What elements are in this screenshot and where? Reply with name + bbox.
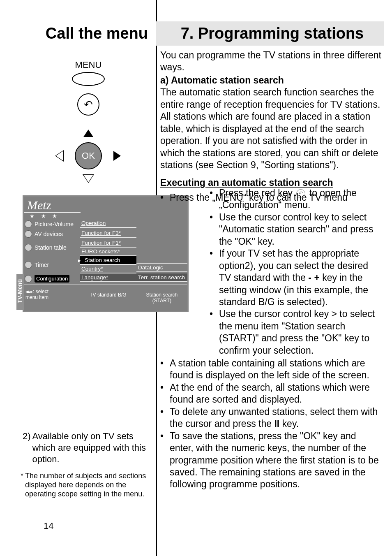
left-title: Call the menu xyxy=(25,25,152,42)
nav-right-icon xyxy=(113,151,121,161)
bullet-save: • To save the stations, press the "OK" k… xyxy=(160,430,382,491)
menu-item-station-table: Station table xyxy=(24,239,80,256)
nav-left-icon xyxy=(56,151,63,161)
right-title: 7. Programming stations xyxy=(156,21,384,46)
footnote-star: * The number of subjects and sections di… xyxy=(21,472,150,499)
footer-station-search-start: Station search (START) xyxy=(136,285,187,311)
nav-down-icon xyxy=(83,175,93,182)
intro-text: You can programme the TV stations in thr… xyxy=(160,49,382,74)
ok-button: OK xyxy=(75,142,102,169)
red-key-icon: ↶ xyxy=(296,189,305,198)
label-station-table: Station table xyxy=(35,244,67,251)
menu-item-language: Language* xyxy=(80,273,136,282)
menu-item-configuration: Configuration xyxy=(24,273,80,284)
menu-item-f1: Function for F1* xyxy=(80,239,136,248)
bullet-red-key: • Press the red key ↶ to open the „Confi… xyxy=(210,187,382,211)
menu-item-f3: Function for F3* xyxy=(80,229,136,238)
footer-hint-select: ◂◂▸: selectmenu item xyxy=(24,285,80,311)
dot-icon xyxy=(25,244,32,251)
dot-icon xyxy=(25,230,32,238)
menu-item-country: Country* xyxy=(80,265,136,273)
bullet-cursor-auto-search: • Use the cursor control key to select "… xyxy=(210,211,382,248)
menu-button xyxy=(72,72,105,86)
bullet-delete: • To delete any unwanted stations, selec… xyxy=(160,406,382,430)
bullet-end-search: • At the end of the search, all stations… xyxy=(160,382,382,406)
dot-icon xyxy=(25,275,32,283)
menu-item-operation: Operation xyxy=(80,219,136,228)
menu-label: MENU xyxy=(23,60,154,70)
menu-item-timer: Timer xyxy=(24,256,80,273)
label-configuration: Configuration xyxy=(35,275,69,283)
bullet-tv-standard: • If your TV set has the appropriate opt… xyxy=(210,248,382,308)
menu-item-datalogic: DataLogic xyxy=(136,264,187,272)
return-arrow-icon: ↶ xyxy=(84,98,93,111)
footer-tv-standard: TV standard B/G xyxy=(80,285,136,311)
pointer-icon: ▸ xyxy=(78,257,81,264)
red-key-button: ↶ xyxy=(77,93,99,116)
body-a: The automatic station search function se… xyxy=(160,86,382,171)
bullet-station-table: • A station table containing all station… xyxy=(160,357,382,382)
menu-item-euro: EURO sockets* xyxy=(80,248,136,256)
dot-icon xyxy=(25,220,32,228)
label-picture-volume: Picture-Volume xyxy=(35,221,74,227)
dot-icon xyxy=(25,261,32,269)
label-timer: Timer xyxy=(35,262,49,268)
menu-item-picture-volume: Picture-Volume xyxy=(24,219,80,229)
stars-icon: ★ ★ ★ xyxy=(24,213,81,219)
footnote-2: 2) 2) Available only on TV sets which ar… xyxy=(23,431,150,465)
menu-item-station-search: ▸ Station search xyxy=(80,256,136,265)
metz-logo: Metz xyxy=(24,197,81,213)
page-number: 14 xyxy=(44,521,53,531)
bullet-station-search-start: • Use the cursor control key > to select… xyxy=(210,308,382,357)
tv-menu-tab: TV-Menü xyxy=(16,274,24,310)
label-av-devices: AV devices xyxy=(35,231,63,237)
label-station-search: Station search xyxy=(81,257,120,263)
menu-item-av-devices: AV devices xyxy=(24,229,80,239)
nav-up-icon xyxy=(83,130,93,137)
nav-pad: OK xyxy=(53,127,123,185)
tv-menu-illustration: TV-Menü Metz ★ ★ ★ Picture-Volume Operat… xyxy=(23,195,189,312)
heading-a: a) Automatic station search xyxy=(160,74,382,86)
menu-item-terr-search: Terr. station search xyxy=(136,273,187,282)
